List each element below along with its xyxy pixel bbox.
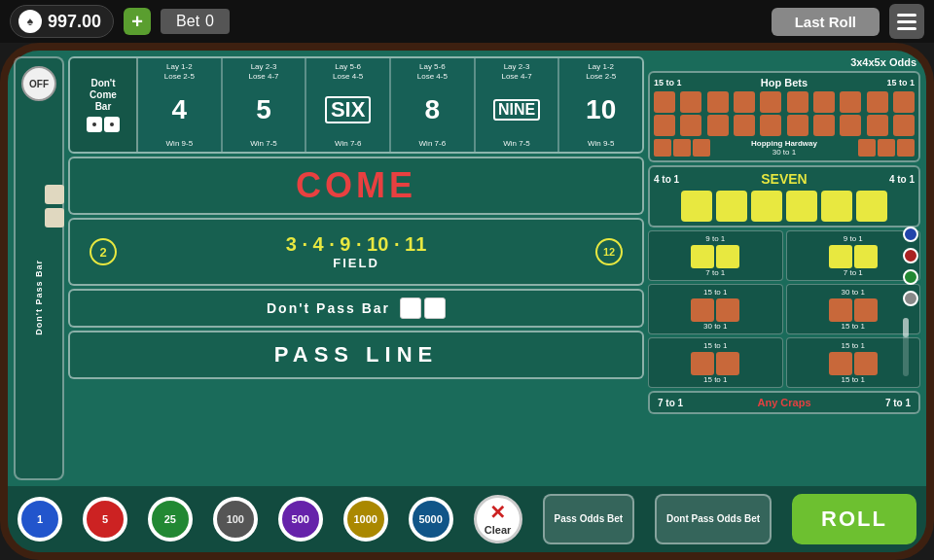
hop-die-13[interactable] xyxy=(707,115,729,136)
hop-die-11[interactable] xyxy=(654,115,675,136)
number-cell-9[interactable]: Lay 2-3Lose 4-7 NINE Win 7-5 xyxy=(476,58,560,152)
add-balance-button[interactable]: + xyxy=(124,8,151,35)
die-seven-4[interactable] xyxy=(786,191,817,222)
menu-line-1 xyxy=(897,14,916,17)
chip-5000[interactable]: 5000 xyxy=(409,497,453,542)
scroll-track xyxy=(903,318,909,376)
hop-die-9[interactable] xyxy=(867,91,888,113)
hardway-cell-5[interactable]: 15 to 1 15 to 1 xyxy=(648,337,783,388)
seven-header: 4 to 1 SEVEN 4 to 1 xyxy=(654,171,915,187)
chip-1[interactable]: 1 xyxy=(18,497,62,542)
hop-h-die-5[interactable] xyxy=(878,139,895,157)
come-label: COME xyxy=(296,165,416,206)
hw-die-12 xyxy=(854,352,878,375)
chip-25[interactable]: 25 xyxy=(148,497,193,542)
hop-h-die-6[interactable] xyxy=(897,139,915,157)
hw-die-3 xyxy=(829,245,852,268)
hardway-cell-6[interactable]: 15 to 1 15 to 1 xyxy=(786,337,921,388)
hardway-dice-1 xyxy=(691,245,739,268)
chip-1000[interactable]: 1000 xyxy=(343,497,388,542)
hop-die-4[interactable] xyxy=(734,91,755,113)
dont-pass-dice xyxy=(400,298,446,319)
die-seven-2[interactable] xyxy=(716,191,747,222)
die-seven-1[interactable] xyxy=(681,191,712,222)
hw-die-9 xyxy=(691,352,714,375)
dont-pass-odds-bet-button[interactable]: Dont Pass Odds Bet xyxy=(655,494,772,544)
number-6: SIX xyxy=(325,96,371,123)
balance-area: ♠ 997.00 xyxy=(10,5,114,38)
hardway-odds-5b: 15 to 1 xyxy=(703,375,727,384)
seven-label: SEVEN xyxy=(761,171,807,187)
hop-die-1[interactable] xyxy=(654,91,675,113)
hop-die-10[interactable] xyxy=(893,91,915,113)
win-4: Win 9-5 xyxy=(166,139,194,148)
chip-100[interactable]: 100 xyxy=(213,497,258,542)
hop-die-18[interactable] xyxy=(840,115,861,136)
hop-die-17[interactable] xyxy=(813,115,835,136)
come-area[interactable]: COME xyxy=(68,157,644,215)
hop-h-die-4[interactable] xyxy=(858,139,876,157)
hop-die-12[interactable] xyxy=(680,115,701,136)
marker-green xyxy=(903,269,918,285)
die-seven-6[interactable] xyxy=(856,191,887,222)
lay-9: Lay 2-3Lose 4-7 xyxy=(501,62,531,81)
hop-die-5[interactable] xyxy=(760,91,781,113)
number-cell-4[interactable]: Lay 1-2Lose 2-5 4 Win 9-5 xyxy=(138,58,223,152)
hop-title-row: 15 to 1 Hop Bets 15 to 1 xyxy=(654,77,915,88)
number-cell-6[interactable]: Lay 5-6Lose 4-5 SIX Win 7-6 xyxy=(306,58,391,152)
hop-h-die-3[interactable] xyxy=(693,139,710,157)
pass-line-row[interactable]: PASS LINE xyxy=(68,331,644,379)
balance-display: 997.00 xyxy=(48,12,101,32)
hop-die-3[interactable] xyxy=(707,91,729,113)
hop-h-die-1[interactable] xyxy=(654,139,671,157)
number-cell-8[interactable]: Lay 5-6Lose 4-5 8 Win 7-6 xyxy=(391,58,476,152)
balance-icon: ♠ xyxy=(18,10,42,33)
dont-pass-odds-label: Dont Pass Odds Bet xyxy=(666,513,760,525)
hop-die-8[interactable] xyxy=(840,91,861,113)
die-seven-3[interactable] xyxy=(751,191,782,222)
hop-h-die-2[interactable] xyxy=(673,139,691,157)
die-deco-2 xyxy=(45,208,64,228)
hardway-cell-1[interactable]: 9 to 1 7 to 1 xyxy=(648,230,783,281)
hop-die-20[interactable] xyxy=(893,115,915,136)
hw-die-5 xyxy=(691,298,714,322)
hardway-cell-2[interactable]: 9 to 1 7 to 1 xyxy=(786,230,921,281)
hardway-odds-1b: 7 to 1 xyxy=(705,268,725,277)
die-dont-come-2 xyxy=(104,117,120,132)
hop-die-14[interactable] xyxy=(734,115,755,136)
side-markers xyxy=(903,227,918,376)
chip-500[interactable]: 500 xyxy=(278,497,323,542)
hw-die-11 xyxy=(829,352,852,375)
hopping-hardway-row: Hopping Hardway 30 to 1 xyxy=(654,139,915,157)
lay-6: Lay 5-6Lose 4-5 xyxy=(333,62,363,81)
seven-area[interactable]: 4 to 1 SEVEN 4 to 1 xyxy=(648,165,920,228)
hop-die-7[interactable] xyxy=(813,91,835,113)
hop-die-2[interactable] xyxy=(680,91,701,113)
pass-odds-bet-button[interactable]: Pass Odds Bet xyxy=(543,494,635,544)
hop-die-15[interactable] xyxy=(760,115,781,136)
chip-5[interactable]: 5 xyxy=(83,497,127,542)
hop-die-6[interactable] xyxy=(787,91,808,113)
bet-value: 0 xyxy=(205,13,214,30)
any-craps-area[interactable]: 7 to 1 Any Craps 7 to 1 xyxy=(648,391,920,414)
number-cell-10[interactable]: Lay 1-2Lose 2-5 10 Win 9-5 xyxy=(559,58,642,152)
die-seven-5[interactable] xyxy=(821,191,852,222)
dont-pass-bar-row[interactable]: Don't Pass Bar xyxy=(68,289,644,328)
hop-bets-area: 15 to 1 Hop Bets 15 to 1 xyxy=(648,71,920,162)
hop-die-19[interactable] xyxy=(867,115,888,136)
dont-come-cell[interactable]: Don'tComeBar xyxy=(70,58,138,152)
field-label: FIELD xyxy=(333,256,379,270)
hop-die-16[interactable] xyxy=(787,115,808,136)
number-cell-5[interactable]: Lay 2-3Lose 4-7 5 Win 7-5 xyxy=(223,58,307,152)
seven-left-odds: 4 to 1 xyxy=(654,174,679,185)
clear-button[interactable]: ✕ Clear xyxy=(474,495,522,543)
field-area[interactable]: 2 3 · 4 · 9 · 10 · 11 FIELD 12 xyxy=(68,218,644,286)
menu-button[interactable] xyxy=(889,4,924,39)
hw-die-10 xyxy=(716,352,739,375)
dont-pass-bar-vertical: Don't Pass Bar xyxy=(34,260,44,335)
roll-button[interactable]: ROLL xyxy=(792,494,916,544)
hardway-cell-3[interactable]: 15 to 1 30 to 1 xyxy=(648,284,783,334)
hardway-dice-3 xyxy=(691,298,739,322)
hardway-cell-4[interactable]: 30 to 1 15 to 1 xyxy=(786,284,921,334)
last-roll-button[interactable]: Last Roll xyxy=(772,8,880,36)
